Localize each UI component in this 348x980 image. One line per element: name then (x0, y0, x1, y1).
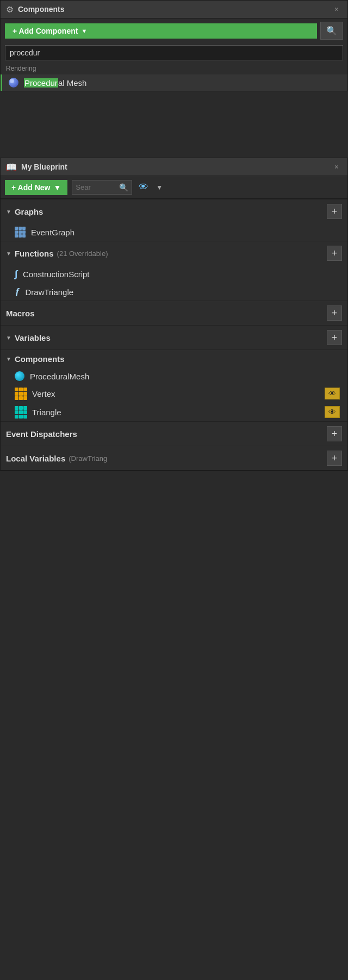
variables-section-title: Variables (15, 333, 51, 342)
triangle-variable-label: Triangle (32, 408, 319, 417)
event-dispatchers-section-title: Event Dispatchers (6, 429, 77, 439)
graphs-section-header: ▼ Graphs + (1, 199, 347, 223)
variables-section-header: ▼ Variables + (1, 325, 347, 349)
construction-script-label: ConstructionScript (23, 270, 340, 279)
functions-collapse-icon[interactable]: ▼ (6, 251, 11, 257)
graphs-section-title: Graphs (15, 207, 44, 216)
vertex-variable-label: Vertex (32, 389, 319, 398)
blueprint-panel: 📖 My Blueprint × + Add New ▼ 🔍 👁 ▼ ▼ Gra… (0, 158, 348, 471)
functions-add-button[interactable]: + (327, 246, 342, 261)
blueprint-eye-button[interactable]: 👁 (136, 179, 151, 195)
components-panel-title: Components (18, 5, 327, 14)
rendering-category-label: Rendering (1, 63, 347, 74)
blueprint-search-icon: 🔍 (116, 183, 132, 192)
procedural-mesh-component-item[interactable]: ProceduralMesh (1, 368, 347, 384)
construction-script-item[interactable]: ∫ ConstructionScript (1, 265, 347, 283)
event-graph-label: EventGraph (31, 228, 340, 237)
macros-add-button[interactable]: + (327, 305, 342, 321)
components-toolbar: + Add Component ▼ 🔍 (1, 18, 347, 43)
local-variables-subtitle: (DrawTriang (69, 454, 107, 463)
local-variables-section-left: Local Variables (DrawTriang (6, 454, 107, 463)
procedural-mesh-result[interactable]: Procedural Mesh (1, 74, 347, 91)
components-search-row (1, 43, 347, 63)
components-panel-close[interactable]: × (331, 4, 342, 15)
vertex-eye-icon[interactable]: 👁 (325, 388, 340, 400)
triangle-eye-icon[interactable]: 👁 (325, 406, 340, 418)
components-search-input[interactable] (5, 45, 343, 60)
blueprint-search-wrapper: 🔍 (72, 180, 132, 195)
blueprint-panel-title: My Blueprint (21, 163, 327, 171)
macros-section-left: Macros (6, 309, 35, 318)
blueprint-panel-header: 📖 My Blueprint × (1, 158, 347, 176)
graphs-add-button[interactable]: + (327, 204, 342, 219)
add-component-button[interactable]: + Add Component ▼ (5, 23, 317, 39)
blueprint-panel-icon: 📖 (6, 162, 17, 172)
variables-add-button[interactable]: + (327, 330, 342, 345)
vertex-variable-item[interactable]: Vertex 👁 (1, 384, 347, 403)
functions-overridable: (21 Overridable) (57, 249, 108, 258)
macros-section-header: Macros + (1, 301, 347, 325)
procedural-mesh-highlight: Procedur (24, 78, 58, 88)
blueprint-toolbar: + Add New ▼ 🔍 👁 ▼ (1, 176, 347, 199)
event-dispatchers-section-header: Event Dispatchers + (1, 421, 347, 446)
bp-components-collapse-icon[interactable]: ▼ (6, 356, 11, 362)
vertex-variable-icon (15, 388, 27, 400)
variables-section-left: ▼ Variables (6, 333, 51, 342)
functions-section-title: Functions (15, 249, 54, 258)
procedural-mesh-component-label: ProceduralMesh (30, 372, 340, 381)
add-component-chevron: ▼ (81, 28, 87, 34)
event-dispatchers-add-button[interactable]: + (327, 426, 342, 441)
triangle-variable-item[interactable]: Triangle 👁 (1, 403, 347, 421)
local-variables-section-header: Local Variables (DrawTriang + (1, 446, 347, 470)
macros-section-title: Macros (6, 309, 35, 318)
procedural-mesh-icon (9, 78, 18, 88)
local-variables-add-button[interactable]: + (327, 451, 342, 466)
triangle-variable-icon (15, 406, 27, 418)
components-panel-icon: ⚙ (6, 4, 14, 15)
event-graph-icon (15, 227, 26, 238)
bp-components-section-title: Components (15, 354, 65, 364)
construction-script-icon: ∫ (15, 269, 17, 280)
components-panel-header: ⚙ Components × (1, 1, 347, 18)
bp-components-section-header: ▼ Components (1, 349, 347, 368)
event-dispatchers-section-left: Event Dispatchers (6, 429, 77, 439)
variables-collapse-icon[interactable]: ▼ (6, 335, 11, 341)
procedural-mesh-name: Procedural Mesh (24, 78, 86, 88)
bp-components-section-left: ▼ Components (6, 354, 65, 364)
spacer (0, 91, 348, 157)
blueprint-dropdown-button[interactable]: ▼ (155, 182, 164, 193)
add-new-label: + Add New (11, 183, 50, 192)
components-search-button[interactable]: 🔍 (320, 22, 343, 40)
procedural-mesh-component-icon (15, 371, 24, 381)
draw-triangle-icon: ƒ (15, 286, 20, 297)
blueprint-search-input[interactable] (72, 180, 116, 194)
draw-triangle-item[interactable]: ƒ DrawTriangle (1, 283, 347, 301)
functions-section-header: ▼ Functions (21 Overridable) + (1, 241, 347, 265)
functions-section-left: ▼ Functions (21 Overridable) (6, 249, 108, 258)
add-new-button[interactable]: + Add New ▼ (5, 180, 67, 195)
add-new-chevron: ▼ (53, 183, 61, 192)
graphs-collapse-icon[interactable]: ▼ (6, 209, 11, 215)
add-component-label: + Add Component (13, 27, 78, 35)
graphs-section-left: ▼ Graphs (6, 207, 43, 216)
procedural-mesh-suffix: al Mesh (58, 78, 87, 88)
event-graph-item[interactable]: EventGraph (1, 223, 347, 241)
blueprint-panel-close[interactable]: × (331, 161, 342, 172)
components-panel: ⚙ Components × + Add Component ▼ 🔍 Rende… (0, 0, 348, 91)
draw-triangle-label: DrawTriangle (25, 288, 340, 297)
local-variables-section-title: Local Variables (6, 454, 65, 463)
